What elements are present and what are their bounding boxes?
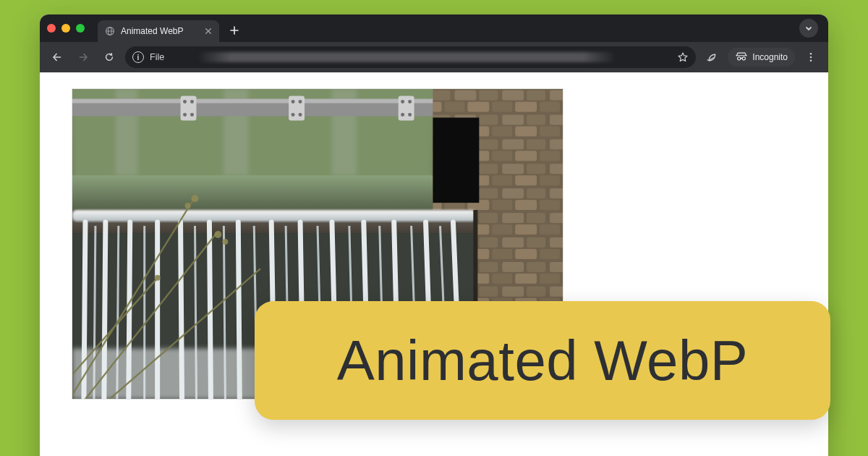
reload-button[interactable] [99, 47, 119, 67]
address-bar[interactable]: i File [125, 46, 696, 68]
svg-rect-31 [399, 96, 414, 121]
svg-rect-28 [72, 99, 437, 104]
url-scheme-label: File [150, 52, 164, 62]
svg-point-34 [183, 113, 187, 117]
svg-point-35 [190, 113, 194, 117]
leaf-icon[interactable] [702, 47, 722, 67]
close-window-button[interactable] [47, 24, 56, 33]
svg-rect-51 [72, 210, 476, 221]
svg-point-13 [810, 53, 812, 55]
svg-point-85 [214, 231, 221, 238]
svg-point-32 [183, 100, 187, 104]
incognito-label: Incognito [752, 52, 788, 62]
overlay-badge: Animated WebP [255, 301, 830, 420]
svg-point-41 [408, 100, 412, 104]
svg-point-11 [738, 56, 741, 59]
kebab-menu-icon[interactable] [801, 47, 821, 67]
svg-point-83 [192, 195, 199, 202]
svg-point-36 [292, 100, 295, 104]
svg-point-15 [810, 60, 812, 62]
incognito-icon [735, 51, 748, 64]
url-obscured [197, 52, 616, 62]
tabs-overflow-button[interactable] [799, 19, 818, 38]
bookmark-star-icon[interactable] [677, 51, 689, 63]
svg-point-39 [299, 113, 302, 117]
svg-point-86 [222, 239, 228, 245]
svg-point-33 [190, 100, 194, 104]
svg-point-42 [401, 113, 404, 117]
browser-tab[interactable]: Animated WebP [98, 20, 219, 42]
incognito-indicator[interactable]: Incognito [728, 48, 795, 67]
svg-point-84 [185, 203, 191, 208]
window-controls [47, 24, 85, 33]
tab-strip: Animated WebP [40, 14, 828, 42]
svg-point-12 [742, 56, 745, 59]
svg-rect-48 [433, 118, 480, 203]
svg-point-43 [408, 113, 412, 117]
maximize-window-button[interactable] [76, 24, 85, 33]
svg-rect-30 [289, 96, 305, 121]
svg-point-37 [299, 100, 302, 104]
forward-button[interactable] [73, 47, 93, 67]
tab-title: Animated WebP [121, 26, 184, 36]
site-info-icon[interactable]: i [132, 51, 144, 63]
svg-rect-44 [72, 175, 441, 215]
close-tab-icon[interactable] [205, 28, 212, 35]
globe-icon [105, 26, 115, 36]
overlay-badge-text: Animated WebP [337, 328, 749, 394]
svg-rect-29 [181, 96, 197, 121]
svg-point-38 [292, 113, 295, 117]
svg-point-40 [401, 100, 404, 104]
browser-toolbar: i File Incognito [40, 42, 828, 72]
new-tab-button[interactable] [225, 21, 244, 40]
svg-point-14 [810, 56, 812, 59]
svg-point-87 [155, 275, 161, 281]
svg-marker-9 [678, 53, 687, 62]
back-button[interactable] [47, 47, 67, 67]
minimize-window-button[interactable] [61, 24, 70, 33]
